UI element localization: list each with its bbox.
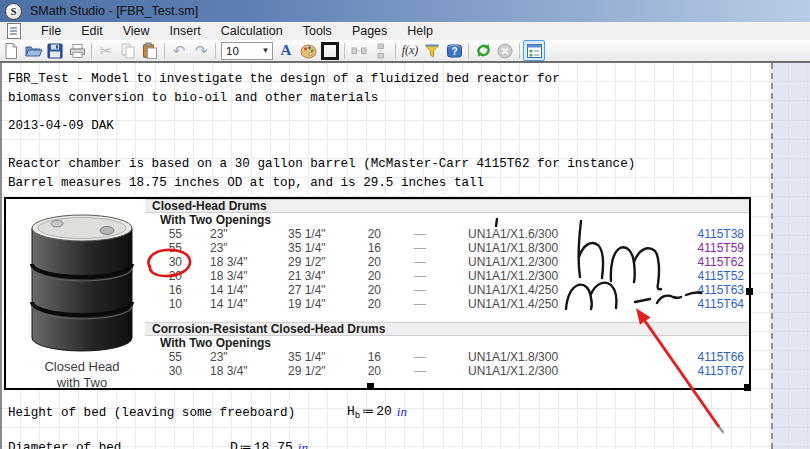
part-number-link[interactable]: 4115T52 [634,269,744,283]
redo-icon[interactable]: ↷ [190,41,212,61]
cell-gauge: 20 [355,255,381,269]
toolbar-separator [519,43,520,59]
title-bar[interactable]: S SMath Studio - [FBR_Test.sm] [0,0,810,22]
part-number-link[interactable]: 4115T59 [634,241,744,255]
part-number-link[interactable]: 4115T62 [634,255,744,269]
part-number-link[interactable]: 4115T64 [634,297,744,311]
cell-gallons: 55 [122,350,182,364]
cell-un-rating: UN1A1/X1.4/250 [468,297,558,311]
math-variable: H [347,404,355,419]
cell-dash: — [414,350,426,364]
cell-gallons: 30 [122,364,182,378]
toolbar-separator [164,43,165,59]
cell-un-rating: UN1A1/X1.2/300 [468,255,558,269]
app-logo-icon: S [5,3,22,20]
cell-un-rating: UN1A1/X1.2/300 [468,269,558,283]
part-number-link[interactable]: 4115T67 [634,364,744,378]
side-panel-toggle-icon[interactable] [523,40,545,61]
menu-insert[interactable]: Insert [160,23,211,39]
save-icon[interactable] [44,41,66,61]
cell-dash: — [414,241,426,255]
cell-gallons: 20 [122,269,182,283]
embedded-catalog-image[interactable]: Closed Head with Two Closed-Head Drums W… [4,197,751,390]
cell-height: 35 1/4" [288,241,326,255]
cell-gallons: 55 [122,241,182,255]
math-value: 20 [376,404,392,419]
math-region-bed-height[interactable]: Hb≔20in [347,404,407,421]
cell-un-rating: UN1A1/X1.8/300 [468,350,558,364]
resize-handle-bottom-right[interactable] [744,384,751,391]
text-region-barrel-dims[interactable]: Barrel measures 18.75 inches OD at top, … [8,176,484,190]
align-horizontal-icon[interactable] [348,41,370,61]
recalculate-icon[interactable] [472,41,494,61]
font-size-combo[interactable]: 10 ▼ [221,42,273,60]
text-region-date[interactable]: 2013-04-09 DAK [8,119,114,133]
cell-height: 29 1/2" [288,364,326,378]
open-file-icon[interactable] [22,41,44,61]
cell-gauge: 20 [355,283,381,297]
text-region-intro-line2[interactable]: biomass conversion to bio-oil and other … [8,91,378,105]
cell-un-rating: UN1A1/X1.2/300 [468,364,558,378]
table-row: 1614 1/4"27 1/4"20—UN1A1/X1.4/2504115T63 [6,283,749,297]
cell-dash: — [414,255,426,269]
definition-operator: ≔ [240,440,252,449]
math-value: 18.75 [254,440,293,449]
combo-dropdown-icon[interactable]: ▼ [259,43,272,59]
menu-bar: File Edit View Insert Calculation Tools … [0,22,810,40]
function-icon[interactable]: f(x) [399,41,421,61]
table-row: 3018 3/4"29 1/2"20—UN1A1/X1.2/3004115T67 [6,364,749,378]
filter-icon[interactable] [421,41,443,61]
resize-handle-right[interactable] [746,288,753,295]
toolbar: ✂ ↶ ↷ 10 ▼ A f(x) ? [0,40,810,63]
cell-gallons: 55 [122,227,182,241]
text-region-bed-diameter-label[interactable]: Diameter of bed [8,441,121,449]
math-variable: D [230,440,238,449]
window-title: SMath Studio - [FBR_Test.sm] [30,4,198,18]
copy-icon[interactable] [117,41,139,61]
math-region-bed-diameter[interactable]: D≔18.75in [230,440,308,449]
table-row: 5523"35 1/4"20—UN1A1/X1.6/3004115T38 [6,227,749,241]
cell-height: 27 1/4" [288,283,326,297]
text-region-reactor[interactable]: Reactor chamber is based on a 30 gallon … [8,157,635,171]
section-title: Corrosion-Resistant Closed-Head Drums [152,322,385,336]
cell-un-rating: UN1A1/X1.4/250 [468,283,558,297]
print-icon[interactable] [66,41,88,61]
menu-tools[interactable]: Tools [293,23,342,39]
align-vertical-icon[interactable] [370,41,392,61]
cell-height: 35 1/4" [288,350,326,364]
paste-icon[interactable] [139,41,161,61]
resize-handle-bottom[interactable] [367,383,374,390]
part-number-link[interactable]: 4115T38 [634,227,744,241]
menu-view[interactable]: View [113,23,160,39]
text-region-bed-height-label[interactable]: Height of bed (leaving some freeboard) [8,406,295,420]
new-document-icon[interactable] [0,41,22,61]
table-row: 5523"35 1/4"16—UN1A1/X1.8/3004115T59 [6,241,749,255]
cell-height: 21 3/4" [288,269,326,283]
undo-icon[interactable]: ↶ [168,41,190,61]
reference-book-icon[interactable]: ? [443,41,465,61]
border-icon[interactable] [319,41,341,61]
menu-file[interactable]: File [31,23,71,39]
text-region-intro-line1[interactable]: FBR_Test - Model to investigate the desi… [8,72,560,86]
cell-dash: — [414,364,426,378]
menu-help[interactable]: Help [397,23,443,39]
menu-calculation[interactable]: Calculation [211,23,293,39]
cell-od: 14 1/4" [210,297,248,311]
cell-dash: — [414,283,426,297]
cell-gauge: 16 [355,241,381,255]
cell-gauge: 20 [355,364,381,378]
svg-text:?: ? [451,46,457,57]
cut-icon[interactable]: ✂ [95,41,117,61]
menu-pages[interactable]: Pages [342,23,397,39]
part-number-link[interactable]: 4115T63 [634,283,744,297]
document-window-icon[interactable] [7,23,21,39]
menu-edit[interactable]: Edit [71,23,113,39]
part-number-link[interactable]: 4115T66 [634,350,744,364]
cell-gallons: 10 [122,297,182,311]
stop-icon[interactable] [494,41,516,61]
cell-od: 23" [210,241,228,255]
cell-un-rating: UN1A1/X1.8/300 [468,241,558,255]
palette-icon[interactable] [297,41,319,61]
font-color-icon[interactable]: A [275,41,297,61]
math-subscript: b [355,411,360,421]
